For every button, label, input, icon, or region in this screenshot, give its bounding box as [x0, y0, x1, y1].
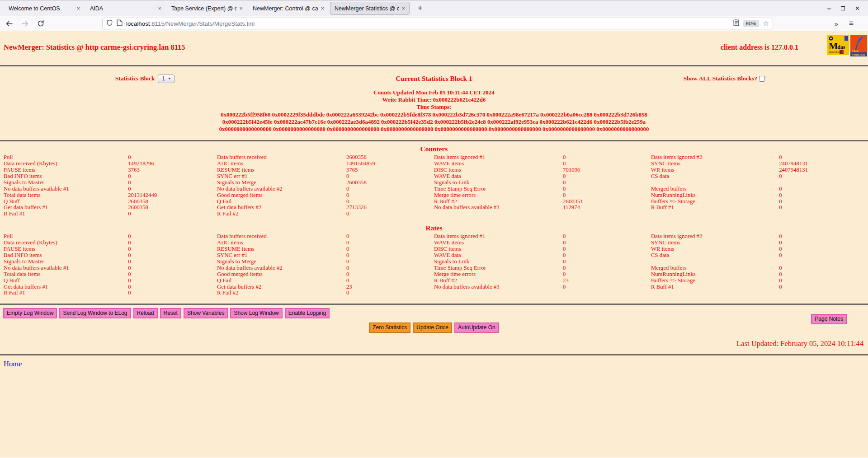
- stat-label: Get data buffers #1: [0, 205, 128, 211]
- stat-label: Signals to Link: [434, 259, 563, 265]
- merge-stats-page: NewMerger: Statistics @ http carme-gsi.c…: [0, 31, 868, 458]
- stats-row: Total data items2013142449Good merged it…: [0, 192, 868, 199]
- stat-label: [651, 259, 779, 265]
- stat-label: Buffers => Storage: [651, 278, 779, 284]
- stat-label: Time Stamp Seq Error: [434, 186, 563, 192]
- stat-value: [779, 290, 868, 296]
- stat-label: Bad INFO items: [0, 252, 128, 259]
- stat-label: Signals to Master: [0, 259, 128, 265]
- browser-tab[interactable]: Welcome to CentOS×: [5, 2, 84, 15]
- tab-close-icon[interactable]: ×: [76, 5, 80, 11]
- tab-title: NewMerger Statistics @ carm: [335, 5, 399, 12]
- stat-label: NumRunningLinks: [651, 271, 779, 278]
- close-icon[interactable]: ✕: [855, 5, 860, 12]
- url-bar[interactable]: localhost:8115/NewMerger/Stats/MergeStat…: [102, 18, 773, 29]
- midas-logo-icon[interactable]: M idas powered by: [827, 35, 849, 57]
- svg-text:powered by: powered by: [829, 51, 840, 53]
- app-menu-icon[interactable]: ≡: [849, 19, 854, 28]
- svg-text:POWERED: POWERED: [852, 53, 865, 56]
- stat-value: 2600358: [128, 199, 217, 205]
- show-all-blocks-checkbox[interactable]: [759, 76, 765, 82]
- update-once-button[interactable]: Update Once: [413, 322, 452, 333]
- stat-label: Data buffers received: [217, 234, 346, 240]
- stat-value: 0: [779, 173, 868, 180]
- bookmark-star-icon[interactable]: ☆: [763, 19, 769, 28]
- stat-value: 0: [779, 199, 868, 205]
- stat-value: 0: [346, 252, 434, 259]
- stat-value: [563, 211, 651, 217]
- stats-row: Q Buff0Q Fail0R Buff #223Buffers => Stor…: [0, 278, 868, 284]
- stat-label: PAUSE items: [0, 167, 128, 173]
- stat-value: 0: [563, 161, 651, 167]
- browser-tab[interactable]: AIDA×: [86, 2, 165, 15]
- stat-value: 0: [128, 284, 217, 290]
- stat-value: 0: [128, 186, 217, 192]
- stat-value: 0: [779, 154, 868, 161]
- restore-icon[interactable]: [841, 6, 845, 10]
- stat-value: 0: [563, 265, 651, 271]
- stat-value: 0: [563, 192, 651, 199]
- browser-tab[interactable]: NewMerger Statistics @ carm×: [330, 2, 410, 15]
- reader-mode-icon[interactable]: [733, 19, 739, 28]
- stat-value: 0: [563, 186, 651, 192]
- overflow-menu-icon[interactable]: »: [835, 20, 838, 28]
- tab-close-icon[interactable]: ×: [239, 5, 243, 11]
- send-log-window-to-elog-button[interactable]: Send Log Window to ELog: [59, 308, 131, 318]
- browser-tab[interactable]: NewMerger: Control @ carme×: [249, 2, 328, 15]
- browser-tab[interactable]: Tape Service (Expert) @ carm×: [167, 2, 247, 15]
- new-tab-button[interactable]: +: [415, 4, 425, 13]
- stat-value: 2407948131: [779, 161, 868, 167]
- zoom-level-badge[interactable]: 80%: [743, 20, 759, 27]
- stat-label: Total data items: [0, 192, 128, 199]
- minimize-icon[interactable]: –: [827, 5, 831, 12]
- home-link[interactable]: Home: [4, 360, 22, 368]
- stat-label: Data items ignored #2: [651, 234, 779, 240]
- url-path: :8115/NewMerger/Stats/MergeStats.tml: [150, 20, 255, 27]
- stat-value: 0: [128, 278, 217, 284]
- page-icon[interactable]: [117, 19, 123, 28]
- show-log-window-button[interactable]: Show Log Window: [230, 308, 282, 318]
- tabs-container: Welcome to CentOS×AIDA×Tape Service (Exp…: [4, 0, 410, 17]
- stat-value: 0: [346, 278, 434, 284]
- back-icon[interactable]: [5, 20, 13, 28]
- stat-value: 0: [346, 240, 434, 246]
- time-stamps-label: Time Stamps:: [0, 103, 868, 111]
- stat-value: 2600358: [346, 180, 434, 186]
- stat-label: DISC items: [434, 246, 563, 252]
- stat-value: 0: [563, 180, 651, 186]
- tcltk-logo-icon[interactable]: TCL POWERED: [850, 35, 867, 58]
- stat-label: Data received (Kbytes): [0, 240, 128, 246]
- stat-value: 0: [346, 290, 434, 296]
- tab-close-icon[interactable]: ×: [321, 5, 324, 11]
- stat-value: 0: [563, 271, 651, 278]
- forward-icon[interactable]: [21, 20, 29, 28]
- page-notes-button[interactable]: Page Notes: [811, 314, 847, 324]
- stats-row: No data buffers available #10No data buf…: [0, 265, 868, 271]
- stat-label: Signals to Merge: [217, 259, 346, 265]
- stat-value: 0: [346, 271, 434, 278]
- stat-label: Merge time errors: [434, 271, 563, 278]
- shield-icon[interactable]: [106, 19, 113, 28]
- stats-row: R Fail #10R Fail #20: [0, 290, 868, 296]
- tab-close-icon[interactable]: ×: [158, 5, 161, 11]
- divider: [0, 354, 868, 355]
- write-rabbit-time-line: Write Rabbit Time: 0x000222b621c422d6: [0, 96, 868, 103]
- stat-label: Time Stamp Seq Error: [434, 265, 563, 271]
- stat-label: [434, 290, 563, 296]
- enable-logging-button[interactable]: Enable Logging: [285, 308, 330, 318]
- empty-log-window-button[interactable]: Empty Log Window: [3, 308, 57, 318]
- stat-label: Signals to Master: [0, 180, 128, 186]
- reload-icon[interactable]: [37, 20, 44, 27]
- tab-close-icon[interactable]: ×: [401, 5, 405, 11]
- zero-statistics-button[interactable]: Zero Statistics: [369, 322, 410, 333]
- autoupdate-on-button[interactable]: AutoUpdate On: [454, 322, 499, 333]
- show-variables-button[interactable]: Show Variables: [184, 308, 228, 318]
- stat-value: 0: [779, 186, 868, 192]
- reset-button[interactable]: Reset: [160, 308, 181, 318]
- stat-value: 0: [346, 211, 434, 217]
- reload-button[interactable]: Reload: [133, 308, 158, 318]
- current-block-heading: Current Statistics Block 1: [396, 75, 472, 83]
- statistics-block-select[interactable]: 1: [158, 75, 175, 83]
- stat-value: 0: [779, 246, 868, 252]
- stat-value: 0: [779, 234, 868, 240]
